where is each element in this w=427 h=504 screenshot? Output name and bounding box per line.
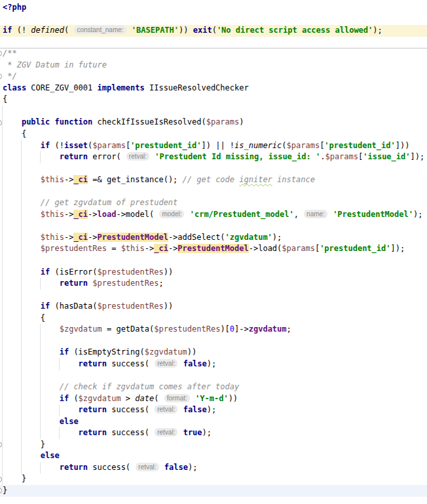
code-line[interactable]: else [0, 416, 427, 428]
code-line[interactable]: return success( retval: true); [0, 427, 427, 439]
code-token[interactable]: $prestudentRes [154, 324, 220, 334]
code-line[interactable]: $this->_ci->load->model( model: 'crm/Pre… [0, 209, 427, 221]
code-token[interactable]: 'prestudent_id' [324, 141, 395, 150]
code-line[interactable]: $this->_ci =& get_instance(); // get cod… [0, 174, 427, 186]
code-token[interactable]: )) [164, 301, 173, 311]
code-token[interactable]: 'PrestudentModel' [333, 210, 413, 219]
code-token[interactable]: )) [187, 347, 196, 357]
code-line[interactable] [0, 370, 427, 382]
code-token[interactable]: ]); [411, 152, 425, 161]
code-token[interactable]: success( [107, 428, 154, 437]
code-token[interactable]: if [60, 347, 69, 357]
code-token[interactable]: _ci [73, 175, 88, 184]
code-token[interactable]: $params [282, 244, 315, 253]
code-token[interactable]: )) [179, 26, 193, 35]
code-token[interactable]: $this [41, 175, 64, 184]
code-token[interactable]: $prestudentRes [92, 279, 158, 288]
code-token[interactable]: $this [41, 233, 64, 242]
code-line[interactable]: $zgvdatum = getData($prestudentRes)[0]->… [0, 324, 427, 336]
code-token[interactable]: // check if zgvdatum comes after today [60, 382, 240, 391]
code-line[interactable]: { [0, 128, 427, 140]
code-line[interactable] [0, 186, 427, 198]
code-token[interactable]: PrestudentModel [177, 244, 248, 253]
code-token[interactable] [50, 117, 54, 126]
code-token[interactable]: $prestudentRes [41, 244, 107, 253]
code-line[interactable]: { [0, 94, 427, 106]
code-token[interactable]: ]-> [234, 324, 249, 334]
code-token[interactable] [127, 26, 132, 35]
code-line[interactable]: return success( retval: false); [0, 359, 427, 370]
code-token[interactable]: ); [373, 26, 382, 35]
code-token[interactable]: defined [31, 26, 64, 35]
code-token[interactable] [185, 210, 189, 219]
code-line[interactable]: return success( retval: false); [0, 404, 427, 416]
code-token[interactable]: $this [41, 210, 64, 219]
code-token[interactable]: -> [88, 233, 97, 242]
code-token[interactable]: ( [64, 26, 73, 35]
code-token[interactable]: if [41, 301, 50, 311]
code-token[interactable]: function [55, 117, 93, 126]
code-token[interactable]: ; [287, 324, 291, 334]
code-token[interactable]: -> [145, 244, 154, 253]
code-token[interactable]: $params [287, 141, 320, 150]
code-token[interactable]: false [183, 405, 207, 414]
code-token[interactable]: { [22, 129, 26, 138]
code-token[interactable]: (hasData( [50, 301, 97, 311]
code-token[interactable] [178, 405, 183, 414]
code-token[interactable]: ); [207, 359, 216, 368]
code-token[interactable]: 'zgvdatum' [225, 233, 272, 242]
code-token[interactable]: ]) || ! [201, 141, 234, 150]
code-token[interactable]: -> [88, 210, 97, 219]
code-line[interactable]: class CORE_ZGV_0001 implements IIssueRes… [0, 83, 427, 94]
code-line[interactable]: /** [0, 48, 427, 60]
code-token[interactable]: success( [88, 463, 135, 472]
code-token[interactable]: if [60, 394, 69, 403]
code-line[interactable]: $this->_ci->PrestudentModel->addSelect('… [0, 232, 427, 244]
code-token[interactable]: checkIfIssueIsResolved( [92, 117, 206, 126]
code-line[interactable]: if (! defined( constant_name: 'BASEPATH'… [0, 25, 427, 37]
code-line[interactable] [0, 106, 427, 117]
code-token[interactable] [178, 428, 183, 437]
code-token[interactable]: )) [229, 394, 238, 403]
code-token[interactable]: -> [168, 244, 177, 253]
code-token[interactable]: return [60, 152, 88, 161]
code-token[interactable]: isset [64, 141, 88, 150]
code-token[interactable]: date [135, 394, 154, 403]
code-token[interactable]: $this [121, 244, 145, 253]
code-token[interactable]: ->model( [116, 210, 158, 219]
code-token[interactable]: $params [325, 152, 358, 161]
code-token[interactable]: 0 [230, 324, 234, 334]
code-token[interactable]: 'BASEPATH' [132, 26, 179, 35]
code-token[interactable]: 'prestudent_id' [320, 244, 390, 253]
code-line[interactable]: } [0, 473, 427, 485]
code-line[interactable] [0, 163, 427, 175]
code-token[interactable]: ); [188, 463, 197, 472]
code-token[interactable]: 'No direct script access allowed' [217, 26, 373, 35]
code-token[interactable]: ); [207, 405, 216, 414]
code-token[interactable]: ); [272, 233, 282, 242]
code-token[interactable]: load [98, 210, 117, 219]
code-token[interactable]: _ci [73, 233, 88, 242]
code-token[interactable]: 'issue_id' [363, 152, 410, 161]
code-token[interactable]: return [79, 359, 107, 368]
code-token[interactable]: // get code [183, 175, 240, 184]
code-token[interactable]: } [3, 486, 7, 495]
code-token[interactable]: return [60, 279, 88, 288]
code-token[interactable] [191, 394, 195, 403]
code-token[interactable]: )[ [220, 324, 229, 334]
code-line[interactable]: return $prestudentRes; [0, 278, 427, 290]
code-token[interactable]: = [107, 244, 121, 253]
code-line[interactable] [0, 220, 427, 232]
code-lines[interactable]: <?phpif (! defined( constant_name: 'BASE… [0, 2, 427, 497]
code-token[interactable]: , [294, 210, 303, 219]
code-line[interactable]: return success( retval: false); [0, 462, 427, 474]
code-token[interactable]: exit [193, 26, 212, 35]
code-line[interactable]: if (!isset($params['prestudent_id']) || … [0, 140, 427, 152]
code-token[interactable]: implements [98, 83, 145, 92]
code-token[interactable]: return [79, 428, 107, 437]
code-token[interactable]: $params [92, 141, 126, 150]
code-token[interactable]: true [183, 428, 202, 437]
code-line[interactable] [0, 14, 427, 26]
code-line[interactable]: // check if zgvdatum comes after today [0, 381, 427, 393]
code-token[interactable]: $zgvdatum [60, 324, 102, 334]
